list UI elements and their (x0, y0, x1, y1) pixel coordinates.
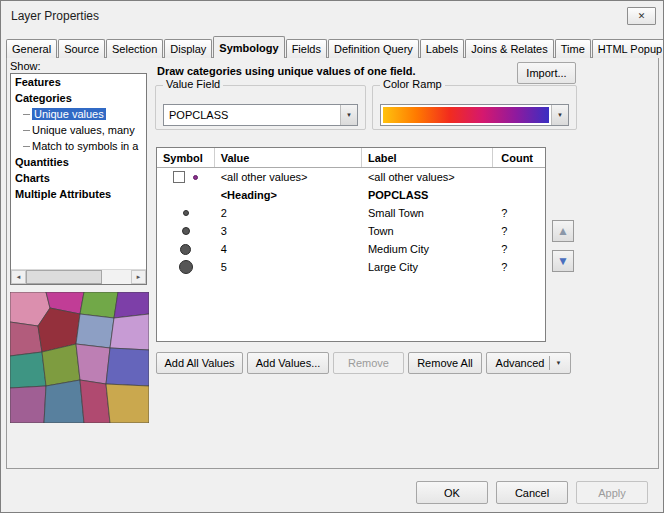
header-count: Count (493, 148, 545, 167)
point-symbol-size-2-icon[interactable] (182, 227, 190, 235)
tab-time[interactable]: Time (555, 39, 591, 58)
tab-symbology[interactable]: Symbology (213, 36, 284, 58)
tab-joins-relates[interactable]: Joins & Relates (465, 39, 553, 58)
remove-all-button[interactable]: Remove All (408, 352, 482, 374)
remove-button[interactable]: Remove (333, 352, 404, 374)
table-row[interactable]: <all other values> <all other values> (157, 168, 545, 186)
layer-properties-dialog: Layer Properties ✕ General Source Select… (0, 0, 664, 513)
tab-html-popup[interactable]: HTML Popup (592, 39, 664, 58)
scroll-right-icon[interactable]: ► (131, 270, 146, 284)
scroll-left-icon[interactable]: ◄ (11, 270, 26, 284)
tree-item-unique-values[interactable]: Unique values (11, 106, 146, 122)
move-down-button[interactable]: ▼ (552, 250, 574, 272)
window-title: Layer Properties (11, 9, 99, 23)
horizontal-scrollbar[interactable]: ◄ ► (11, 269, 146, 284)
table-row[interactable]: 4 Medium City ? (157, 240, 545, 258)
tree-item-unique-values-many[interactable]: Unique values, many (11, 122, 146, 138)
color-ramp-gradient (383, 107, 549, 123)
color-ramp-dropdown[interactable]: ▼ (380, 104, 569, 126)
table-row[interactable]: 5 Large City ? (157, 258, 545, 276)
scrollbar-thumb[interactable] (26, 270, 102, 284)
table-header-row: Symbol Value Label Count (157, 148, 545, 168)
chevron-down-icon: ▼ (555, 360, 561, 366)
tab-fields[interactable]: Fields (286, 39, 327, 58)
ok-button[interactable]: OK (416, 481, 488, 504)
tab-labels[interactable]: Labels (420, 39, 464, 58)
tree-item-multiple-attributes[interactable]: Multiple Attributes (11, 186, 146, 202)
header-symbol: Symbol (157, 148, 215, 167)
tab-bar: General Source Selection Display Symbolo… (6, 38, 664, 58)
tab-display[interactable]: Display (164, 39, 212, 58)
tree-item-quantities[interactable]: Quantities (11, 154, 146, 170)
cancel-button[interactable]: Cancel (496, 481, 568, 504)
header-label: Label (362, 148, 493, 167)
tab-general[interactable]: General (6, 39, 57, 58)
tree-item-features[interactable]: Features (11, 74, 146, 90)
point-symbol-size-1-icon[interactable] (183, 210, 189, 216)
tab-definition-query[interactable]: Definition Query (328, 39, 419, 58)
import-button[interactable]: Import... (517, 62, 576, 84)
table-row-heading[interactable]: <Heading> POPCLASS (157, 186, 545, 204)
unique-values-table: Symbol Value Label Count <all other valu… (156, 147, 546, 342)
arrow-up-icon: ▲ (557, 224, 569, 238)
chevron-down-icon[interactable]: ▼ (340, 105, 357, 125)
panel-description: Draw categories using unique values of o… (157, 65, 416, 77)
table-row[interactable]: 3 Town ? (157, 222, 545, 240)
close-button[interactable]: ✕ (627, 7, 656, 25)
move-up-button[interactable]: ▲ (552, 220, 574, 242)
point-symbol-size-3-icon[interactable] (180, 244, 191, 255)
advanced-button[interactable]: Advanced ▼ (486, 352, 571, 374)
add-values-button[interactable]: Add Values... (247, 352, 329, 374)
show-label: Show: (10, 60, 41, 72)
tree-item-charts[interactable]: Charts (11, 170, 146, 186)
header-value: Value (215, 148, 362, 167)
close-icon: ✕ (638, 11, 646, 21)
tree-item-match-symbols[interactable]: Match to symbols in a (11, 138, 146, 154)
value-field-dropdown[interactable]: POPCLASS ▼ (163, 104, 358, 126)
point-symbol-size-4-icon[interactable] (179, 260, 193, 274)
title-bar[interactable]: Layer Properties ✕ (1, 1, 663, 31)
chevron-down-icon[interactable]: ▼ (551, 105, 568, 125)
map-preview-image (10, 292, 149, 423)
tab-selection[interactable]: Selection (106, 39, 163, 58)
point-symbol-purple-small-icon[interactable] (193, 175, 198, 180)
show-tree: Features Categories Unique values Unique… (10, 73, 147, 285)
tab-source[interactable]: Source (58, 39, 105, 58)
value-field-group-label: Value Field (163, 78, 223, 90)
all-other-values-checkbox[interactable] (173, 171, 185, 183)
apply-button[interactable]: Apply (576, 481, 648, 504)
arrow-down-icon: ▼ (557, 254, 569, 268)
color-ramp-group-label: Color Ramp (380, 78, 445, 90)
value-field-selected: POPCLASS (164, 105, 340, 125)
tree-item-categories[interactable]: Categories (11, 90, 146, 106)
table-row[interactable]: 2 Small Town ? (157, 204, 545, 222)
add-all-values-button[interactable]: Add All Values (156, 352, 243, 374)
